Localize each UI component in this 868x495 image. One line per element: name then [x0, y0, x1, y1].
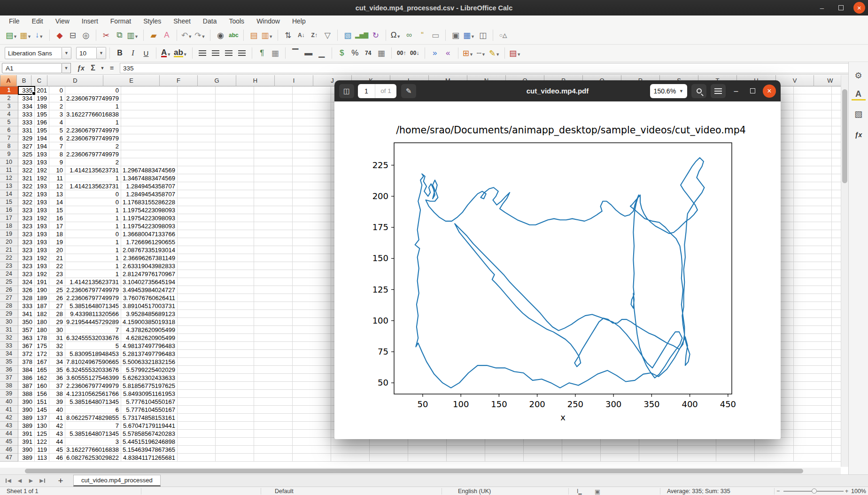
menu-tools[interactable]: Tools — [223, 15, 250, 26]
cell-C9[interactable]: 8 — [49, 150, 65, 158]
cell-G29[interactable] — [216, 310, 254, 318]
pdf-close-icon[interactable]: × — [763, 85, 776, 98]
cell-F2[interactable] — [178, 94, 216, 102]
cell-C3[interactable]: 2 — [49, 102, 65, 110]
cell-H12[interactable] — [254, 174, 293, 182]
cell-C10[interactable]: 9 — [49, 158, 65, 166]
cell-E29[interactable]: 3.9528485689123 — [121, 310, 178, 318]
cell-W28[interactable] — [832, 302, 841, 310]
cell-H19[interactable] — [254, 230, 293, 238]
highlight-color-button[interactable]: ab▼ — [173, 46, 189, 60]
cell-Q46[interactable] — [601, 446, 639, 454]
cell-I32[interactable] — [293, 334, 331, 342]
cell-H10[interactable] — [254, 158, 293, 166]
cell-N47[interactable] — [485, 454, 524, 462]
cell-C11[interactable]: 10 — [49, 166, 65, 174]
cell-F5[interactable] — [178, 118, 216, 126]
cell-W3[interactable] — [832, 102, 841, 110]
cell-E19[interactable]: 1.36680047133766 — [121, 230, 178, 238]
cell-A8[interactable]: 327 — [18, 142, 35, 150]
column-header-E[interactable]: E — [103, 75, 160, 86]
cell-D15[interactable]: 0 — [65, 198, 121, 206]
cell-D23[interactable]: 1 — [65, 262, 121, 270]
pdf-sidebar-toggle-icon[interactable]: ◫ — [339, 84, 354, 98]
equals-icon[interactable]: = — [106, 63, 118, 73]
cell-A3[interactable]: 334 — [18, 102, 35, 110]
pdf-minimize-icon[interactable]: – — [730, 87, 742, 95]
cell-P47[interactable] — [562, 454, 601, 462]
cell-I40[interactable] — [293, 398, 331, 406]
cell-C22[interactable]: 21 — [49, 254, 65, 262]
page-style[interactable]: Default — [275, 487, 294, 495]
cell-G9[interactable] — [216, 150, 254, 158]
cell-F15[interactable] — [178, 198, 216, 206]
cell-C31[interactable]: 30 — [49, 326, 65, 334]
cell-W1[interactable] — [832, 86, 841, 94]
cell-B38[interactable]: 160 — [35, 382, 49, 390]
cell-D37[interactable]: 3.60555127546399 — [65, 374, 121, 382]
cell-D29[interactable]: 9.4339811320566 — [65, 310, 121, 318]
font-name-dropdown-icon[interactable]: ▼ — [62, 47, 71, 59]
row-header-28[interactable]: 28 — [0, 302, 18, 310]
cell-I12[interactable] — [293, 174, 331, 182]
cell-I13[interactable] — [293, 182, 331, 190]
cell-K46[interactable] — [370, 446, 408, 454]
cell-F25[interactable] — [178, 278, 216, 286]
cell-A5[interactable]: 333 — [18, 118, 35, 126]
row-header-10[interactable]: 10 — [0, 158, 18, 166]
cell-W31[interactable] — [832, 326, 841, 334]
cell-C18[interactable]: 17 — [49, 222, 65, 230]
cell-W30[interactable] — [832, 318, 841, 326]
cell-W34[interactable] — [832, 350, 841, 358]
vertical-scrollbar[interactable] — [841, 75, 848, 467]
cell-I24[interactable] — [293, 270, 331, 278]
cell-G12[interactable] — [216, 174, 254, 182]
cell-G35[interactable] — [216, 358, 254, 366]
column-header-A[interactable]: A — [0, 75, 17, 86]
cell-D34[interactable]: 5.8309518948453 — [65, 350, 121, 358]
pdf-search-button[interactable] — [691, 84, 706, 98]
insert-comment-button[interactable]: “ — [416, 28, 429, 42]
special-character-button[interactable]: Ω▼ — [389, 28, 403, 42]
cell-H27[interactable] — [254, 294, 293, 302]
insert-row-button[interactable]: ▤ — [247, 28, 260, 42]
column-header-W[interactable]: W — [814, 75, 841, 86]
cell-W37[interactable] — [832, 374, 841, 382]
cell-J46[interactable] — [331, 446, 370, 454]
cell-A37[interactable]: 386 — [18, 374, 35, 382]
column-header-F[interactable]: F — [160, 75, 198, 86]
cell-H43[interactable] — [254, 422, 293, 430]
cell-H40[interactable] — [254, 398, 293, 406]
cell-H46[interactable] — [254, 446, 293, 454]
pdf-menu-button[interactable] — [711, 84, 726, 98]
cell-D16[interactable]: 1 — [65, 206, 121, 214]
row-header-12[interactable]: 12 — [0, 174, 18, 182]
cell-I1[interactable] — [293, 86, 331, 94]
merge-cells-button[interactable]: ▦ — [269, 46, 282, 60]
cell-B17[interactable]: 192 — [35, 214, 49, 222]
open-folder-button[interactable]: ▦▼ — [19, 28, 33, 42]
cell-G43[interactable] — [216, 422, 254, 430]
cell-G38[interactable] — [216, 382, 254, 390]
cell-D5[interactable]: 1 — [65, 118, 121, 126]
cell-D25[interactable]: 1.4142135623731 — [65, 278, 121, 286]
cell-A9[interactable]: 325 — [18, 150, 35, 158]
cell-W11[interactable] — [832, 166, 841, 174]
name-box-dropdown-icon[interactable]: ▼ — [62, 63, 71, 73]
cell-E21[interactable]: 2.08767335193014 — [121, 246, 178, 254]
cell-W20[interactable] — [832, 238, 841, 246]
cell-V8[interactable] — [794, 142, 832, 150]
export-pdf-button[interactable]: ◆ — [53, 28, 66, 42]
cell-I8[interactable] — [293, 142, 331, 150]
cell-D19[interactable]: 0 — [65, 230, 121, 238]
cell-I38[interactable] — [293, 382, 331, 390]
cell-G44[interactable] — [216, 430, 254, 438]
cell-V14[interactable] — [794, 190, 832, 198]
paste-button[interactable]: ▥▼ — [126, 28, 140, 42]
font-size-dropdown-icon[interactable]: ▼ — [97, 47, 106, 59]
cell-V43[interactable] — [794, 422, 832, 430]
cell-I5[interactable] — [293, 118, 331, 126]
cell-E31[interactable]: 4.3782620905499 — [121, 326, 178, 334]
cell-E34[interactable]: 5.28137497796483 — [121, 350, 178, 358]
cell-E6[interactable] — [121, 126, 178, 134]
